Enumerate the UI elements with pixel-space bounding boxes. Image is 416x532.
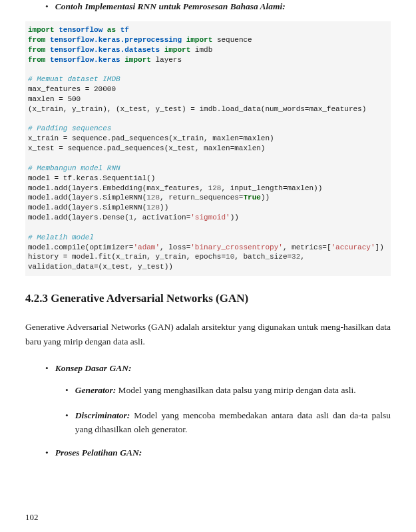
bullet-dot: • (65, 383, 69, 398)
generator-label: Generator: (75, 385, 116, 395)
sub-bullet-discriminator: • Discriminator: Model yang mencoba memb… (65, 408, 391, 437)
bullet-dot: • (45, 448, 49, 458)
generator-text: Model yang menghasilkan data palsu yang … (116, 385, 355, 395)
bullet-konsep-text: Konsep Dasar GAN: (55, 363, 132, 374)
bullet-konsep: • Konsep Dasar GAN: (45, 363, 391, 374)
top-bullet: • Contoh Implementasi RNN untuk Pemroses… (45, 1, 391, 12)
bullet-dot: • (45, 363, 49, 374)
bullet-proses-text: Proses Pelatihan GAN: (55, 448, 142, 458)
bullet-dot: • (45, 1, 49, 12)
bullet-proses: • Proses Pelatihan GAN: (45, 448, 391, 458)
discriminator-line: Discriminator: Model yang mencoba membed… (75, 408, 391, 437)
top-bullet-text: Contoh Implementasi RNN untuk Pemrosesan… (55, 1, 286, 12)
code-block: import tensorflow as tf from tensorflow.… (25, 21, 391, 276)
generator-line: Generator: Model yang menghasilkan data … (75, 383, 356, 398)
sub-bullet-generator: • Generator: Model yang menghasilkan dat… (65, 383, 391, 398)
discriminator-label: Discriminator: (75, 410, 130, 420)
intro-paragraph: Generative Adversarial Networks (GAN) ad… (25, 320, 391, 348)
section-heading: 4.2.3 Generative Adversarial Networks (G… (25, 292, 391, 305)
bullet-dot: • (65, 408, 69, 437)
page-number: 102 (25, 512, 39, 523)
